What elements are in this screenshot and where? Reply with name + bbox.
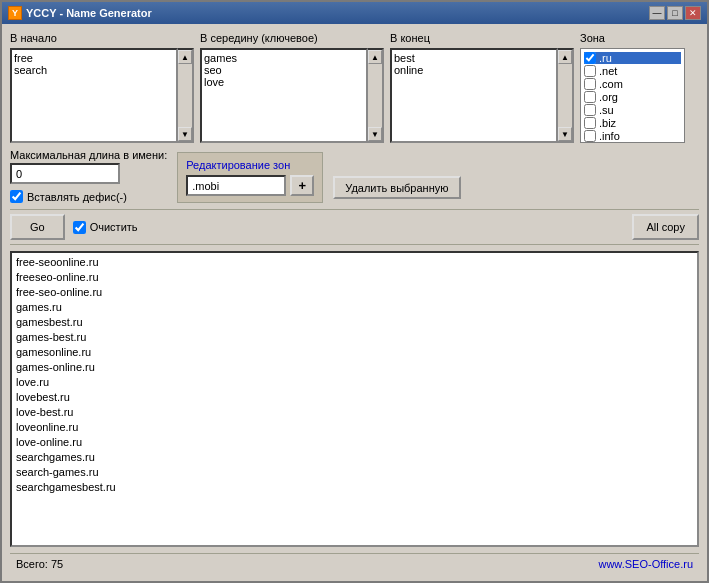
zone-label-ru: .ru — [599, 52, 612, 64]
zone-checkbox-org[interactable] — [584, 91, 596, 103]
list-item[interactable]: free-seo-online.ru — [16, 285, 693, 300]
main-window: Y YCCY - Name Generator — □ ✕ В начало f… — [0, 0, 709, 583]
title-bar: Y YCCY - Name Generator — □ ✕ — [2, 2, 707, 24]
zone-item-su[interactable]: .su — [584, 104, 681, 116]
middle-scroll-down[interactable]: ▼ — [368, 127, 382, 141]
title-bar-left: Y YCCY - Name Generator — [8, 6, 152, 20]
middle-label: В середину (ключевое) — [200, 32, 384, 44]
start-scroll-down[interactable]: ▼ — [178, 127, 192, 141]
start-listbox[interactable]: free search — [10, 48, 178, 143]
zone-item-net[interactable]: .net — [584, 65, 681, 77]
start-group: В начало free search ▲ ▼ — [10, 32, 194, 143]
app-icon: Y — [8, 6, 22, 20]
list-item[interactable]: gamesbest.ru — [16, 315, 693, 330]
middle-listbox[interactable]: games seo love — [200, 48, 368, 143]
max-length-section: Максимальная длина в имени: Вставлять де… — [10, 149, 167, 203]
max-length-label: Максимальная длина в имени: — [10, 149, 167, 161]
list-item[interactable]: games-best.ru — [16, 330, 693, 345]
status-count: Всего: 75 — [16, 558, 63, 570]
insert-dash-label: Вставлять дефис(-) — [27, 191, 127, 203]
results-list[interactable]: free-seoonline.ru freeseo-online.ru free… — [12, 253, 697, 545]
list-item[interactable]: lovebest.ru — [16, 390, 693, 405]
clear-row: Очистить — [73, 221, 138, 234]
status-url: www.SEO-Office.ru — [598, 558, 693, 570]
zone-checkbox-su[interactable] — [584, 104, 596, 116]
list-item[interactable]: searchgames.ru — [16, 450, 693, 465]
list-item[interactable]: loveonline.ru — [16, 420, 693, 435]
list-item[interactable]: free-seoonline.ru — [16, 255, 693, 270]
zone-group: Зона .ru .net .com — [580, 32, 685, 143]
zone-item-biz[interactable]: .biz — [584, 117, 681, 129]
zone-edit-input[interactable] — [186, 175, 286, 196]
main-content: В начало free search ▲ ▼ В середину (клю… — [2, 24, 707, 581]
start-scroll-up[interactable]: ▲ — [178, 50, 192, 64]
zone-edit-row: + — [186, 175, 314, 196]
maximize-button[interactable]: □ — [667, 6, 683, 20]
insert-dash-row: Вставлять дефис(-) — [10, 190, 167, 203]
top-section: В начало free search ▲ ▼ В середину (клю… — [10, 32, 699, 143]
zone-item-org[interactable]: .org — [584, 91, 681, 103]
zone-listbox: .ru .net .com .org — [580, 48, 685, 143]
list-item[interactable]: search-games.ru — [16, 465, 693, 480]
window-controls: — □ ✕ — [649, 6, 701, 20]
zone-item-info[interactable]: .info — [584, 130, 681, 142]
list-item[interactable]: games-online.ru — [16, 360, 693, 375]
zone-checkbox-biz[interactable] — [584, 117, 596, 129]
zone-label-com: .com — [599, 78, 623, 90]
list-item[interactable]: love.ru — [16, 375, 693, 390]
window-title: YCCY - Name Generator — [26, 7, 152, 19]
list-item[interactable]: gamesonline.ru — [16, 345, 693, 360]
zone-item-ru[interactable]: .ru — [584, 52, 681, 64]
list-item[interactable]: freeseo-online.ru — [16, 270, 693, 285]
zone-checkbox-com[interactable] — [584, 78, 596, 90]
max-length-input[interactable] — [10, 163, 120, 184]
zone-item-com[interactable]: .com — [584, 78, 681, 90]
zone-label: Зона — [580, 32, 685, 44]
middle-group: В середину (ключевое) games seo love ▲ ▼ — [200, 32, 384, 143]
zone-label-info: .info — [599, 130, 620, 142]
insert-dash-checkbox[interactable] — [10, 190, 23, 203]
zone-checkbox-net[interactable] — [584, 65, 596, 77]
list-item[interactable]: love-best.ru — [16, 405, 693, 420]
go-button[interactable]: Go — [10, 214, 65, 240]
close-button[interactable]: ✕ — [685, 6, 701, 20]
zone-label-su: .su — [599, 104, 614, 116]
zone-checkbox-ru[interactable] — [584, 52, 596, 64]
end-scroll-down[interactable]: ▼ — [558, 127, 572, 141]
minimize-button[interactable]: — — [649, 6, 665, 20]
end-group: В конец best online ▲ ▼ — [390, 32, 574, 143]
end-listbox[interactable]: best online — [390, 48, 558, 143]
zone-checkbox-info[interactable] — [584, 130, 596, 142]
start-label: В начало — [10, 32, 194, 44]
zone-add-button[interactable]: + — [290, 175, 314, 196]
zone-edit-label: Редактирование зон — [186, 159, 314, 171]
status-bar: Всего: 75 www.SEO-Office.ru — [10, 553, 699, 573]
delete-selected-button[interactable]: Удалить выбранную — [333, 176, 460, 199]
end-label: В конец — [390, 32, 574, 44]
action-row: Go Очистить All copy — [10, 209, 699, 245]
list-item[interactable]: love-online.ru — [16, 435, 693, 450]
delete-section: Удалить выбранную — [333, 176, 460, 203]
clear-checkbox[interactable] — [73, 221, 86, 234]
results-section: free-seoonline.ru freeseo-online.ru free… — [10, 251, 699, 547]
list-item[interactable]: games.ru — [16, 300, 693, 315]
middle-scroll-up[interactable]: ▲ — [368, 50, 382, 64]
clear-label: Очистить — [90, 221, 138, 233]
zone-label-biz: .biz — [599, 117, 616, 129]
list-item[interactable]: searchgamesbest.ru — [16, 480, 693, 495]
all-copy-button[interactable]: All copy — [632, 214, 699, 240]
zone-edit-section: Редактирование зон + — [177, 152, 323, 203]
zone-label-net: .net — [599, 65, 617, 77]
end-scroll-up[interactable]: ▲ — [558, 50, 572, 64]
zone-label-org: .org — [599, 91, 618, 103]
